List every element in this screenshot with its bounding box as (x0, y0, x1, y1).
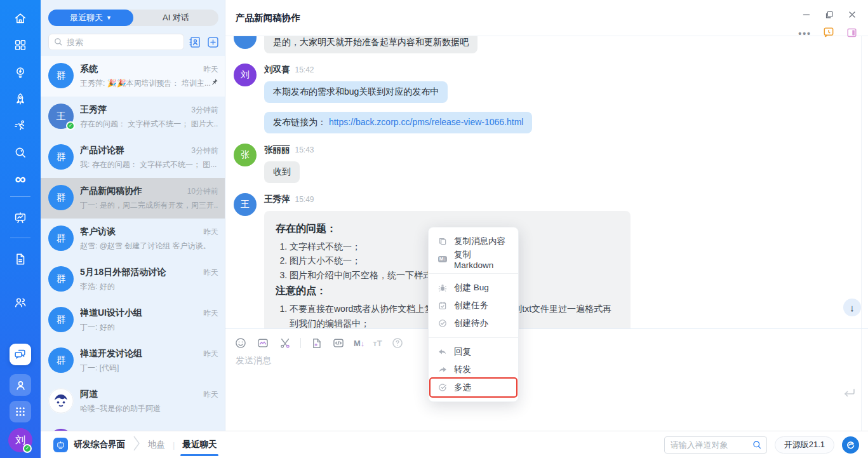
breadcrumb-chevron-icon (131, 435, 142, 454)
message-time: 15:43 (295, 145, 314, 154)
list-item[interactable]: ✓ 阿道昨天 哈喽~我是你的助手阿道 (41, 381, 225, 422)
list-item[interactable]: 群 ✓ 禅道UI设计小组昨天 丁一: 好的 (41, 300, 225, 340)
chat-time: 3分钟前 (191, 105, 218, 116)
conversation-title: 产品新闻稿协作 (236, 12, 300, 24)
avatar[interactable]: 刘 (234, 64, 257, 86)
avatar[interactable]: 王 (234, 193, 257, 216)
message-bubble[interactable]: 收到 (264, 161, 300, 183)
sprint-icon[interactable] (13, 118, 28, 133)
markdown-icon[interactable]: M↓ (354, 339, 364, 348)
home-icon[interactable] (13, 11, 28, 26)
help-icon[interactable] (391, 336, 404, 350)
menu-item-copy-content[interactable]: 复制消息内容 (429, 232, 518, 250)
chat-name: 系统 (80, 64, 199, 75)
team-icon[interactable] (13, 295, 28, 310)
grid-dots-nav-icon[interactable] (10, 401, 31, 422)
scroll-to-bottom-button[interactable]: ↓ (843, 299, 861, 316)
messenger-nav-icon[interactable] (10, 344, 31, 365)
list-item[interactable]: 群 ✓ 产品讨论群3分钟前 我: 存在的问题： 文字样式不统一； 图... (41, 137, 225, 178)
sender-name[interactable]: 刘双喜 (264, 65, 290, 74)
file-icon[interactable] (309, 336, 323, 350)
apps-icon[interactable] (13, 37, 28, 53)
sender-name[interactable]: 张丽丽 (264, 145, 290, 154)
avatar: 王 ✓ (48, 104, 74, 129)
chat-search-input[interactable] (48, 34, 184, 50)
chat-time: 昨天 (203, 349, 218, 360)
avatar[interactable]: 张 (234, 144, 257, 166)
chat-preview: 存在的问题： 文字样式不统一； 图片大... (80, 119, 218, 130)
image-icon[interactable] (256, 336, 270, 350)
tab-recent-chats[interactable]: 最近聊天▼ (48, 10, 133, 26)
idea-icon[interactable] (13, 65, 28, 80)
chat-time: 昨天 (203, 227, 218, 238)
version-badge[interactable]: 开源版21.1 (775, 436, 834, 454)
avatar: 群 ✓ (48, 144, 74, 170)
screenshot-icon[interactable] (278, 336, 292, 350)
add-chat-icon[interactable] (206, 35, 220, 49)
list-item[interactable]: 群 ✓ 禅道开发讨论组昨天 丁一: [代码] (41, 340, 225, 381)
statusbar-tab-dashboard[interactable]: 地盘 (148, 439, 165, 450)
online-check-badge: ✓ (66, 121, 75, 130)
close-button[interactable] (845, 8, 859, 22)
menu-item-create-task[interactable]: 创建任务 (429, 297, 518, 314)
menu-item-copy-markdown[interactable]: M↓复制 Markdown (429, 250, 518, 268)
chat-time: 昨天 (203, 267, 218, 278)
app-robot-icon[interactable] (53, 438, 68, 452)
menu-item-create-todo[interactable]: 创建待办 (429, 314, 518, 332)
search-icon[interactable] (13, 145, 28, 160)
list-item[interactable]: 群 ✓ 客户访谈昨天 赵雪: @赵雪 创建了讨论组 客户访谈。 (41, 219, 225, 259)
message-bubble[interactable]: 是的，大家明天就开始准备起草内容和更新数据吧 (264, 36, 477, 53)
chat-time: 昨天 (203, 389, 218, 400)
list-item[interactable]: 王 ✓ 王秀萍3分钟前 存在的问题： 文字样式不统一； 图片大... (41, 97, 225, 137)
menu-divider (429, 337, 518, 338)
contacts-nav-icon[interactable] (10, 374, 31, 396)
report-icon[interactable] (13, 210, 28, 226)
menu-item-reply[interactable]: 回复 (429, 343, 518, 361)
infinity-icon[interactable]: ∞ (13, 172, 28, 187)
avatar: 群 ✓ (48, 307, 74, 332)
todo-icon (437, 318, 448, 328)
chat-preview: 赵雪: @赵雪 创建了讨论组 客户访谈。 (80, 241, 218, 252)
list-item[interactable]: ✓ (41, 422, 225, 431)
list-item[interactable]: 群 ✓ 产品新闻稿协作10分钟前 丁一: 是的，周二完成所有开发，周三开... (41, 178, 225, 219)
online-status-badge: ✓ (23, 444, 32, 453)
statusbar-divider: | (173, 440, 175, 450)
app-switcher-label[interactable]: 研发综合界面 (74, 439, 125, 450)
menu-item-create-bug[interactable]: 创建 Bug (429, 279, 518, 297)
list-item[interactable]: 群 ✓ 系统昨天 王秀萍: 🎉🎉本周培训预告： 培训主... (41, 56, 225, 97)
copy-icon (437, 236, 448, 246)
document-icon[interactable] (13, 252, 28, 267)
search-icon[interactable] (752, 440, 762, 452)
menu-item-multi-select[interactable]: 多选 (429, 379, 518, 396)
restore-button[interactable] (822, 8, 836, 22)
markdown-copy-icon: M↓ (437, 254, 448, 264)
code-icon[interactable] (331, 336, 345, 350)
sender-name[interactable]: 王秀萍 (264, 194, 290, 204)
message-context-menu: 复制消息内容 M↓复制 Markdown 创建 Bug 创建任务 创建待办 回复… (428, 227, 519, 402)
chat-name: 产品新闻稿协作 (80, 185, 184, 197)
avatar: ✓ (48, 388, 74, 414)
zentao-logo[interactable] (842, 436, 859, 454)
message-input[interactable]: 发送消息 (236, 355, 868, 367)
minimize-button[interactable] (799, 8, 813, 22)
release-link[interactable]: https://back.zcorp.cc/pms/release-view-1… (329, 117, 524, 127)
rail-divider (10, 238, 30, 238)
pin-icon (211, 77, 218, 88)
message-bubble[interactable]: 本期发布的需求和bug关联到对应的发布中 (264, 81, 448, 103)
statusbar-tab-recent-chats[interactable]: 最近聊天 (182, 431, 217, 458)
message-list[interactable]: 是的，大家明天就开始准备起草内容和更新数据吧 刘 刘双喜15:42 本期发布的需… (225, 36, 861, 328)
chat-name: 王秀萍 (80, 104, 187, 116)
list-item[interactable]: 群 ✓ 5月18日外部活动讨论昨天 李浩: 好的 (41, 259, 225, 300)
avatar[interactable] (234, 36, 257, 49)
message-bubble[interactable]: 发布链接为： https://back.zcorp.cc/pms/release… (264, 112, 532, 133)
font-size-icon[interactable]: ᴛT (373, 339, 382, 348)
chat-name: 阿道 (80, 389, 199, 400)
chat-time: 3分钟前 (191, 145, 218, 156)
emoji-icon[interactable] (234, 336, 248, 350)
chat-time: 昨天 (203, 308, 218, 319)
contacts-book-icon[interactable] (189, 35, 202, 49)
rocket-icon[interactable] (13, 91, 28, 107)
multiselect-icon (437, 382, 448, 393)
menu-item-forward[interactable]: 转发 (429, 361, 518, 379)
tab-ai-chat[interactable]: AI 对话 (133, 10, 218, 26)
